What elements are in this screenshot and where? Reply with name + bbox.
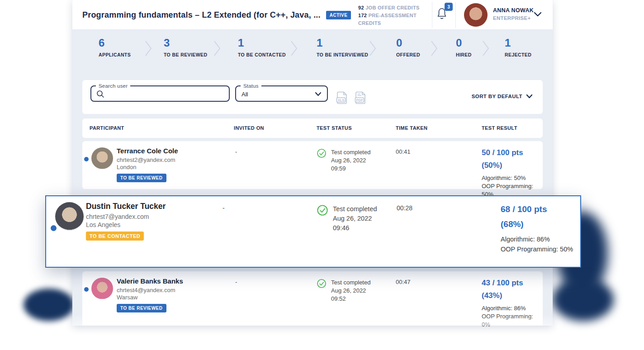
xls-file-icon: XLS <box>336 91 348 104</box>
score-percent: (43%) <box>482 289 541 302</box>
test-status-line: Test completed <box>331 279 370 287</box>
column-header-test-result: TEST RESULT <box>482 125 517 131</box>
table-row[interactable]: Terrance Cole Cole chrtest2@yandex.com L… <box>82 141 543 189</box>
test-status-line: Test completed <box>331 148 370 156</box>
svg-text:XLS: XLS <box>338 98 345 102</box>
pipeline-arrow-icon <box>213 40 221 59</box>
step-label: APPLICANTS <box>99 52 131 57</box>
ink-blob-decoration <box>24 289 74 321</box>
score-breakdown-algorithmic: Algorithmic: 50% <box>482 174 541 182</box>
time-taken-value: 00:28 <box>397 204 412 212</box>
participant-avatar <box>55 202 84 231</box>
job-offer-credits-value: 92 <box>358 5 364 10</box>
column-header-test-status: TEST STATUS <box>317 125 352 131</box>
search-user-field[interactable]: Search user <box>90 83 230 102</box>
status-filter-select[interactable]: Status All <box>235 83 328 102</box>
step-label: OFFERED <box>396 52 420 57</box>
column-header-time-taken: TIME TAKEN <box>396 125 427 131</box>
header-divider <box>432 2 432 28</box>
ink-blob-decoration <box>553 278 614 321</box>
step-count: 0 <box>456 37 472 49</box>
search-icon <box>96 90 105 99</box>
step-count: 3 <box>164 37 207 49</box>
pipeline-step-hired[interactable]: 0 HIRED <box>456 37 472 57</box>
unread-indicator-dot <box>84 157 89 161</box>
test-status-cell: Test completed Aug 26, 2022 09:59 <box>317 148 370 173</box>
invited-on-value: - <box>235 148 237 155</box>
test-status-date: Aug 26, 2022 <box>331 287 370 295</box>
user-avatar[interactable] <box>464 3 488 27</box>
stage-badge: TO BE REVIEWED <box>117 174 166 182</box>
header: Programming fundamentals – L2 Extended (… <box>72 0 553 30</box>
test-result-cell: 50 / 100 pts (50%) Algorithmic: 50% OOP … <box>482 147 541 199</box>
participant-city: Los Angeles <box>86 221 120 228</box>
participant-email: chrtest2@yandex.com <box>117 156 175 163</box>
assessment-card: Programming fundamentals – L2 Extended (… <box>72 0 553 326</box>
test-status-line: Test completed <box>333 204 377 214</box>
test-status-time: 09:59 <box>331 165 370 173</box>
pipeline-step-to-be-contacted[interactable]: 1 TO BE CONTACTED <box>238 37 286 57</box>
pre-assessment-credits-label: PRE-ASSESSMENT CREDITS <box>358 13 417 26</box>
highlighted-table-row[interactable]: Dustin Tucker Tucker chrtest7@yandex.com… <box>45 195 581 268</box>
pdf-file-icon: PDF <box>355 91 367 104</box>
test-status-cell: Test completed Aug 26, 2022 09:46 <box>317 204 377 233</box>
page: Programming fundamentals – L2 Extended (… <box>0 0 644 350</box>
invited-on-value: - <box>223 204 225 212</box>
step-count: 1 <box>505 37 531 49</box>
participant-name: Dustin Tucker Tucker <box>86 202 166 211</box>
check-circle-icon <box>317 204 328 216</box>
check-circle-icon <box>317 148 327 158</box>
score-breakdown-algorithmic: Algorithmic: 86% <box>501 234 578 244</box>
step-label: TO BE INTERVIEWED <box>317 52 368 57</box>
user-plan-badge: ENTERPRISE+ <box>493 15 531 21</box>
score-points: 43 / 100 pts <box>482 277 541 289</box>
participant-email: chrtest4@yandex.com <box>117 287 175 293</box>
pipeline-step-rejected[interactable]: 1 REJECTED <box>505 37 531 57</box>
pipeline-arrow-icon <box>369 40 376 59</box>
score-breakdown-algorithmic: Algorithmic: 86% <box>482 304 541 312</box>
user-menu-button[interactable] <box>534 11 542 19</box>
unread-indicator-dot <box>51 225 57 231</box>
search-input[interactable] <box>109 90 224 99</box>
step-label: REJECTED <box>505 52 531 57</box>
pipeline-step-to-be-reviewed[interactable]: 3 TO BE REVIEWED <box>164 37 207 57</box>
filter-bar: Search user Status All <box>82 80 543 114</box>
credits-summary: 92 JOB OFFER CREDITS 172 PRE-ASSESSMENT … <box>358 4 430 27</box>
pipeline-step-applicants[interactable]: 6 APPLICANTS <box>99 37 131 57</box>
column-header-participant: PARTICIPANT <box>90 125 124 131</box>
participant-city: London <box>117 164 136 170</box>
pre-assessment-credits-value: 172 <box>358 13 367 18</box>
step-label: HIRED <box>456 52 472 57</box>
test-result-cell: 68 / 100 pts (68%) Algorithmic: 86% OOP … <box>501 202 578 254</box>
page-title: Programming fundamentals – L2 Extended (… <box>82 10 321 20</box>
chevron-down-icon <box>315 92 322 96</box>
step-label: TO BE REVIEWED <box>164 52 207 57</box>
sort-by-dropdown[interactable]: SORT BY DEFAULT <box>472 94 533 99</box>
score-points: 68 / 100 pts <box>501 202 578 217</box>
sort-label: SORT BY DEFAULT <box>472 94 522 99</box>
test-status-date: Aug 26, 2022 <box>333 214 377 223</box>
active-status-badge: ACTIVE <box>326 11 351 19</box>
search-field-label: Search user <box>96 83 130 89</box>
test-status-date: Aug 26, 2022 <box>331 156 370 165</box>
table-header: PARTICIPANT INVITED ON TEST STATUS TIME … <box>82 118 543 138</box>
check-circle-icon <box>317 279 327 289</box>
export-xls-button[interactable]: XLS <box>336 91 348 106</box>
step-count: 1 <box>317 37 368 49</box>
table-row[interactable]: Valerie Banks Banks chrtest4@yandex.com … <box>82 271 543 326</box>
column-header-invited-on: INVITED ON <box>234 125 264 131</box>
participant-email: chrtest7@yandex.com <box>86 213 149 220</box>
pipeline-step-to-be-interviewed[interactable]: 1 TO BE INTERVIEWED <box>317 37 368 57</box>
test-status-cell: Test completed Aug 26, 2022 09:52 <box>317 279 370 303</box>
pipeline-arrow-icon <box>145 40 152 59</box>
score-percent: (68%) <box>501 217 578 232</box>
hiring-pipeline: 6 APPLICANTS 3 TO BE REVIEWED 1 TO BE CO… <box>72 30 553 73</box>
unread-indicator-dot <box>84 287 89 292</box>
participant-avatar <box>91 278 113 299</box>
chevron-down-icon <box>526 94 533 99</box>
pipeline-step-offered[interactable]: 0 OFFERED <box>396 37 420 57</box>
time-taken-value: 00:47 <box>396 279 411 285</box>
step-count: 6 <box>99 37 131 49</box>
export-pdf-button[interactable]: PDF <box>355 91 367 106</box>
pipeline-arrow-icon <box>482 40 489 59</box>
